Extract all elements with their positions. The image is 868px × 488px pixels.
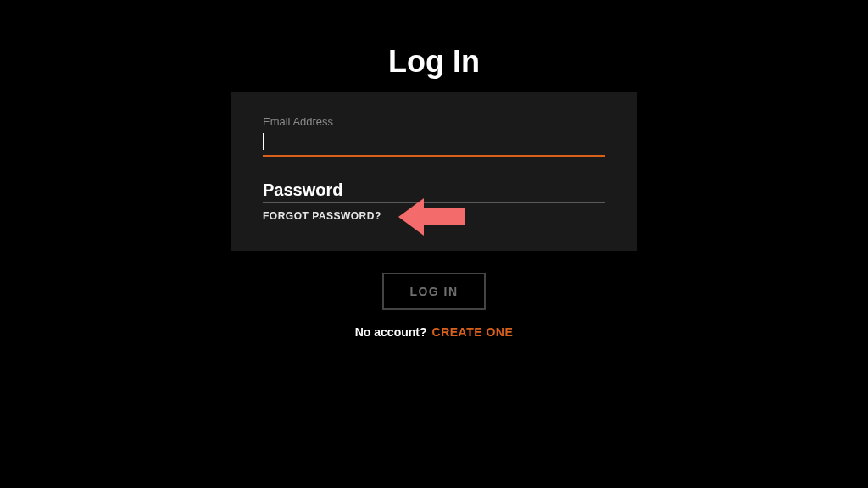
login-button[interactable]: LOG IN xyxy=(382,273,485,310)
create-account-link[interactable]: CREATE ONE xyxy=(432,325,514,339)
email-input[interactable] xyxy=(263,130,605,157)
password-input[interactable] xyxy=(263,200,605,203)
login-card: Email Address Password FORGOT PASSWORD? xyxy=(231,92,637,251)
forgot-row: FORGOT PASSWORD? xyxy=(263,210,605,222)
email-field-group: Email Address xyxy=(263,115,605,157)
email-label: Email Address xyxy=(263,115,605,128)
signup-footer: No account? CREATE ONE xyxy=(355,325,514,339)
email-input-wrap xyxy=(263,130,605,157)
password-field-group: Password FORGOT PASSWORD? xyxy=(263,180,605,222)
no-account-text: No account? xyxy=(355,325,427,339)
svg-marker-0 xyxy=(398,198,465,236)
password-label: Password xyxy=(263,180,605,200)
forgot-password-link[interactable]: FORGOT PASSWORD? xyxy=(263,210,381,222)
page-title: Log In xyxy=(388,44,480,80)
text-cursor xyxy=(263,133,264,150)
